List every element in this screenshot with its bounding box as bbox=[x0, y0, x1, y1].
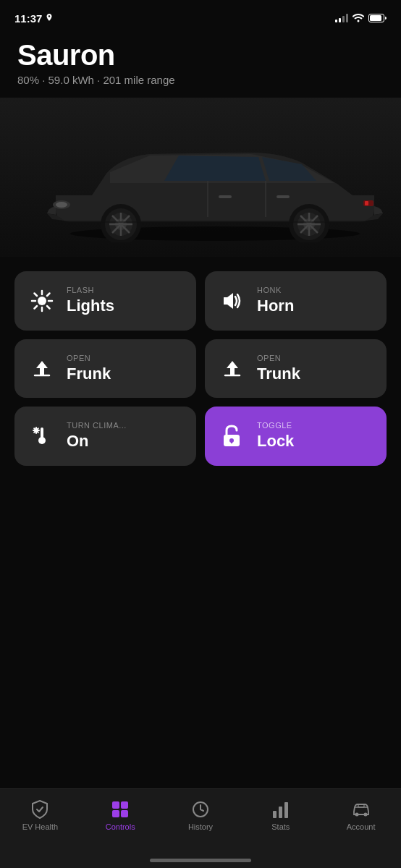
nav-label-history: History bbox=[188, 822, 213, 831]
car-icon bbox=[351, 799, 371, 820]
flash-label-small: FLASH bbox=[67, 286, 114, 295]
status-bar: 11:37 bbox=[0, 0, 401, 32]
svg-line-36 bbox=[35, 306, 38, 309]
wifi-icon bbox=[353, 14, 364, 22]
vehicle-name: Sauron bbox=[17, 39, 384, 71]
trunk-label-small: OPEN bbox=[257, 354, 300, 363]
open-frunk-text: OPEN Frunk bbox=[67, 354, 111, 384]
nav-label-controls: Controls bbox=[106, 822, 135, 831]
nav-label-stats: Stats bbox=[271, 822, 290, 831]
svg-line-33 bbox=[35, 293, 38, 296]
honk-label-big: Horn bbox=[257, 297, 294, 315]
open-frunk-button[interactable]: OPEN Frunk bbox=[14, 339, 196, 399]
svg-rect-6 bbox=[277, 195, 290, 198]
open-trunk-button[interactable]: OPEN Trunk bbox=[205, 339, 387, 399]
nav-label-account: Account bbox=[347, 822, 376, 831]
climate-icon bbox=[29, 423, 55, 449]
trunk-icon bbox=[219, 355, 245, 381]
svg-point-56 bbox=[363, 813, 367, 817]
climate-label-small: TURN CLIMA... bbox=[67, 421, 127, 430]
nav-label-ev-health: EV Health bbox=[22, 822, 59, 831]
home-indicator bbox=[150, 859, 251, 862]
svg-rect-39 bbox=[41, 433, 43, 441]
time-display: 11:37 bbox=[14, 12, 42, 25]
lock-label-big: Lock bbox=[257, 432, 294, 451]
nav-item-history[interactable]: History bbox=[161, 796, 241, 831]
lock-label-small: TOGGLE bbox=[257, 421, 294, 430]
honk-horn-text: HONK Horn bbox=[257, 286, 294, 316]
status-time: 11:37 bbox=[14, 12, 53, 25]
bar-chart-icon bbox=[271, 799, 291, 820]
horn-icon bbox=[219, 288, 245, 314]
svg-rect-1 bbox=[370, 15, 381, 21]
svg-rect-49 bbox=[112, 810, 119, 817]
svg-rect-5 bbox=[219, 195, 232, 198]
svg-line-34 bbox=[47, 306, 50, 309]
climate-label-big: On bbox=[67, 432, 127, 451]
turn-climate-text: TURN CLIMA... On bbox=[67, 421, 127, 451]
svg-rect-50 bbox=[121, 810, 128, 817]
frunk-label-big: Frunk bbox=[67, 365, 111, 383]
frunk-icon bbox=[29, 355, 55, 381]
nav-item-controls[interactable]: Controls bbox=[80, 796, 161, 831]
svg-line-35 bbox=[47, 293, 50, 296]
controls-section: FLASH Lights HONK Horn bbox=[0, 257, 401, 473]
status-icons bbox=[335, 14, 387, 22]
svg-rect-46 bbox=[231, 441, 232, 443]
shield-icon bbox=[30, 799, 50, 820]
svg-rect-53 bbox=[279, 807, 282, 818]
nav-item-account[interactable]: Account bbox=[321, 796, 401, 831]
nav-item-ev-health[interactable]: EV Health bbox=[0, 796, 80, 831]
svg-point-8 bbox=[56, 202, 67, 208]
signal-bars bbox=[335, 14, 348, 22]
svg-rect-48 bbox=[121, 801, 128, 809]
clock-icon bbox=[190, 799, 211, 820]
header: Sauron 80% · 59.0 kWh · 201 mile range bbox=[0, 32, 401, 98]
svg-rect-10 bbox=[365, 201, 368, 205]
vehicle-stats: 80% · 59.0 kWh · 201 mile range bbox=[17, 74, 384, 86]
grid-icon bbox=[110, 799, 130, 820]
svg-rect-47 bbox=[112, 801, 119, 809]
flash-lights-text: FLASH Lights bbox=[67, 286, 114, 316]
turn-climate-button[interactable]: TURN CLIMA... On bbox=[14, 407, 196, 466]
battery-icon bbox=[368, 14, 387, 22]
honk-horn-button[interactable]: HONK Horn bbox=[205, 271, 387, 331]
toggle-lock-text: TOGGLE Lock bbox=[257, 421, 294, 451]
toggle-lock-button[interactable]: TOGGLE Lock bbox=[205, 407, 387, 466]
flash-label-big: Lights bbox=[67, 297, 114, 315]
nav-item-stats[interactable]: Stats bbox=[240, 796, 321, 831]
location-icon bbox=[46, 14, 53, 22]
car-image bbox=[27, 112, 374, 242]
svg-rect-54 bbox=[284, 802, 288, 818]
controls-grid: FLASH Lights HONK Horn bbox=[14, 271, 387, 466]
svg-rect-52 bbox=[273, 811, 277, 818]
car-image-area bbox=[0, 98, 401, 257]
frunk-label-small: OPEN bbox=[67, 354, 111, 363]
svg-point-55 bbox=[355, 813, 358, 817]
svg-rect-57 bbox=[358, 804, 364, 807]
honk-label-small: HONK bbox=[257, 286, 294, 295]
open-trunk-text: OPEN Trunk bbox=[257, 354, 300, 384]
trunk-label-big: Trunk bbox=[257, 365, 300, 383]
flash-lights-button[interactable]: FLASH Lights bbox=[14, 271, 196, 331]
sun-icon bbox=[29, 288, 55, 314]
bottom-nav: EV Health Controls History bbox=[0, 788, 401, 868]
svg-point-28 bbox=[38, 297, 46, 305]
lock-icon bbox=[219, 423, 245, 449]
